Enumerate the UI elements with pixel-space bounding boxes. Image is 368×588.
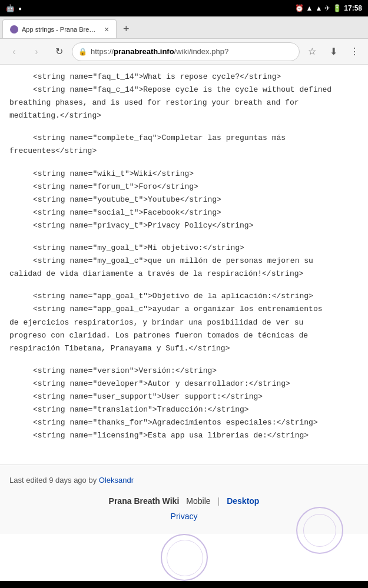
new-tab-button[interactable]: + [117,19,135,38]
address-text: https://pranabreath.info/wiki/index.php? [91,47,293,56]
content-line: respiración Tibetana, Pranayama y Sufi.<… [9,342,359,355]
wiki-content: <string name="faq_t_14">What is repose c… [0,65,368,465]
edit-info-text: Last edited 9 days ago by [9,476,97,485]
content-line: breathing phases, and is used for restor… [9,96,359,109]
content-line: <string name="faq_t_14">What is repose c… [9,71,359,83]
watermark-circle [161,534,208,581]
content-line: <string name="thanks_for">Agradecimiento… [9,416,359,429]
content-line: meditating.</string> [9,109,359,122]
system-home-button[interactable]: ○ [172,584,195,588]
content-line: <string name="translation">Traducción:</… [9,403,359,416]
content-line: <string name="app_goal_c">ayudar a organ… [9,303,359,316]
system-back-button[interactable]: ◁ [73,584,97,588]
notification-dot: ● [18,5,22,12]
system-recent-button[interactable]: □ [271,584,295,588]
privacy-link[interactable]: Privacy [171,512,198,521]
edit-info: Last edited 9 days ago by Oleksandr [9,471,359,489]
back-button[interactable]: ‹ [5,42,24,61]
active-tab[interactable]: App strings - Prana Breath W × [2,19,117,38]
tab-favicon [10,25,18,34]
nav-bar: ‹ › ↻ 🔒 https://pranabreath.info/wiki/in… [0,39,368,65]
status-bar: 🤖 ● ⏰ ▲ ▲ ✈ 🔋 17:58 [0,0,368,16]
address-domain: pranabreath.info [114,47,174,56]
content-line: <string name="privacy_t">Privacy Policy<… [9,219,359,232]
status-left-icons: 🤖 ● [6,4,22,12]
wifi-icon: ▲ [306,4,313,12]
content-line: <string name="developer">Autor y desarro… [9,377,359,390]
content-line: <string name="user_support">User support… [9,390,359,403]
address-protocol: https:// [91,47,114,56]
footer-privacy: Privacy [9,509,359,528]
content-line: <string name="wiki_t">Wiki</string> [9,168,359,181]
address-bar[interactable]: 🔒 https://pranabreath.info/wiki/index.ph… [72,42,300,61]
tab-close-button[interactable]: × [104,25,109,34]
reload-button[interactable]: ↻ [49,42,68,61]
footer-divider: | [218,496,220,506]
content-line: <string name="forum_t">Foro</string> [9,181,359,193]
content-line: calidad de vida diariamente a través de … [9,268,359,280]
alarm-icon: ⏰ [295,4,304,12]
page-footer: Last edited 9 days ago by Oleksandr Pran… [0,465,368,534]
footer-links: Prana Breath Wiki Mobile | Desktop [9,489,359,509]
content-line: frecuentes</string> [9,145,359,158]
content-line: <string name="my_goal_c">que un millón d… [9,255,359,268]
content-line: progreso con claridad. Los patrones fuer… [9,329,359,342]
content-line: <string name="version">Versión:</string> [9,365,359,377]
content-line: <string name="youtube_t">Youtube</string… [9,193,359,206]
content-line: de ejercicios respiratorios, y brindar u… [9,316,359,329]
bookmark-button[interactable]: ☆ [303,43,321,61]
browser-menu-button[interactable]: ⋮ [346,43,363,61]
editor-name-value[interactable]: Oleksandr [99,476,134,485]
content-line: <string name="licensing">Esta app usa li… [9,429,359,442]
airplane-icon: ✈ [324,4,330,12]
android-icon: 🤖 [6,4,15,12]
system-nav-bar: ◁ ○ □ [0,581,368,588]
battery-icon: 🔋 [333,4,342,12]
content-line: <string name="my_goal_t">Mi objetivo:</s… [9,242,359,255]
address-path: /wiki/index.php? [174,47,229,56]
mobile-link[interactable]: Mobile [186,496,210,506]
status-right-icons: ⏰ ▲ ▲ ✈ 🔋 17:58 [295,4,362,12]
browser-tabs: App strings - Prana Breath W × + [0,16,368,39]
content-line: <string name="social_t">Facebook</string… [9,206,359,219]
forward-button[interactable]: › [27,42,46,61]
lock-icon: 🔒 [78,48,87,56]
site-title: Prana Breath Wiki [109,496,180,506]
desktop-link[interactable]: Desktop [227,496,259,506]
content-line: <string name="faq_c_14">Repose cycle is … [9,83,359,96]
tab-title: App strings - Prana Breath W [22,26,98,33]
content-line: <string name="complete_faq">Completar la… [9,132,359,145]
content-line: <string name="app_goal_t">Objetivo de la… [9,290,359,303]
signal-icon: ▲ [315,4,322,12]
time-display: 17:58 [344,4,362,12]
download-button[interactable]: ⬇ [324,43,342,61]
